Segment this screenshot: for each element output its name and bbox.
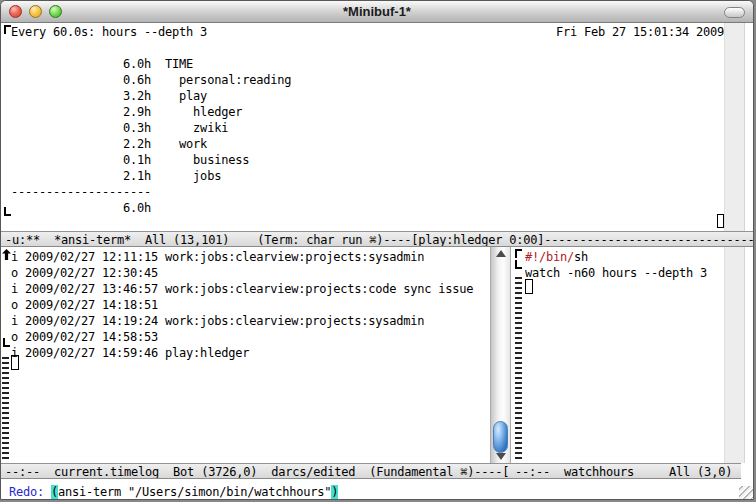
emacs-frame: *Minibuf-1* Every 60.0s: hours --depth 3… [0, 0, 754, 500]
buffer-top-indicator-icon [4, 25, 11, 34]
buffer-bottom-indicator-icon [4, 207, 11, 216]
shebang-interpreter: sh [574, 250, 588, 264]
timelog-mode-line[interactable]: --:-- current.timelog Bot (3726,0) darcs… [1, 463, 511, 479]
toolbar-toggle-button[interactable] [724, 7, 745, 18]
empty-lines-indicator-icon [2, 357, 9, 461]
window-title: *Minibuf-1* [1, 4, 753, 20]
watch-timestamp: Fri Feb 27 15:01:34 2009 [556, 24, 724, 40]
empty-lines-indicator-icon [515, 277, 522, 461]
term-line: 2.1h jobs [11, 168, 724, 184]
term-line: 2.9h hledger [11, 104, 724, 120]
scroll-up-arrow[interactable] [491, 247, 510, 260]
script-mode-line[interactable]: --:-- watchhours All (3,0) [511, 463, 741, 479]
term-window[interactable]: Every 60.0s: hours --depth 3 Fri Feb 27 … [1, 23, 724, 231]
timelog-line: o 2009/02/27 14:18:51 [11, 297, 490, 313]
script-window[interactable]: #!/bin/sh watch -n60 hours --depth 3 [525, 247, 724, 463]
shebang-line: #!/bin/sh [525, 249, 724, 265]
shebang-comment: #!/bin/ [525, 250, 574, 264]
timelog-line: o 2009/02/27 12:30:45 [11, 265, 490, 281]
timelog-line: i 2009/02/27 14:59:46 play:hledger [11, 345, 490, 361]
timelog-line: i 2009/02/27 14:19:24 work:jobs:clearvie… [11, 313, 490, 329]
buffer-bottom-indicator-icon [3, 338, 10, 347]
term-mode-line[interactable]: -u:** *ansi-term* All (13,101) (Term: ch… [1, 231, 754, 247]
term-line: 0.3h zwiki [11, 120, 724, 136]
title-bar[interactable]: *Minibuf-1* [1, 1, 753, 23]
term-line: 0.6h personal:reading [11, 72, 724, 88]
timelog-scrollbar[interactable] [490, 247, 511, 463]
buffer-bottom-indicator-icon [515, 260, 522, 269]
minibuffer-prompt: Redo: [9, 485, 51, 499]
watch-command-label: Every 60.0s: hours --depth 3 [11, 24, 207, 40]
frame-body: Every 60.0s: hours --depth 3 Fri Feb 27 … [1, 23, 754, 500]
paren-match-close: ) [331, 485, 338, 499]
timelog-cursor [11, 355, 19, 370]
term-scrollbar[interactable] [724, 23, 745, 231]
timelog-line: o 2009/02/27 14:58:53 [11, 329, 490, 345]
term-line: 3.2h play [11, 88, 724, 104]
timelog-window[interactable]: i 2009/02/27 12:11:15 work:jobs:clearvie… [1, 247, 490, 463]
minibuffer-command: ansi-term "/Users/simon/bin/watchhours" [58, 485, 331, 499]
term-cursor [717, 214, 724, 228]
script-scrollbar[interactable] [724, 247, 745, 463]
term-line: 0.1h business [11, 152, 724, 168]
timelog-line: i 2009/02/27 13:46:57 work:jobs:clearvie… [11, 281, 490, 297]
buffer-top-indicator-icon [515, 249, 522, 258]
scrollbar-thumb[interactable] [493, 421, 508, 453]
scroll-down-arrow[interactable] [491, 450, 510, 463]
script-cursor [525, 279, 533, 294]
paren-match-open: ( [51, 485, 58, 499]
term-line: -------------------- [11, 184, 724, 200]
minibuffer[interactable]: Redo: (ansi-term "/Users/simon/bin/watch… [1, 479, 754, 500]
term-line: 6.0h [11, 200, 724, 216]
resize-grip[interactable] [739, 486, 754, 500]
timelog-line: i 2009/02/27 12:11:15 work:jobs:clearvie… [11, 249, 490, 265]
term-line: 6.0h TIME [11, 56, 724, 72]
script-command-line: watch -n60 hours --depth 3 [525, 265, 724, 281]
term-line: 2.2h work [11, 136, 724, 152]
term-line [11, 40, 724, 56]
